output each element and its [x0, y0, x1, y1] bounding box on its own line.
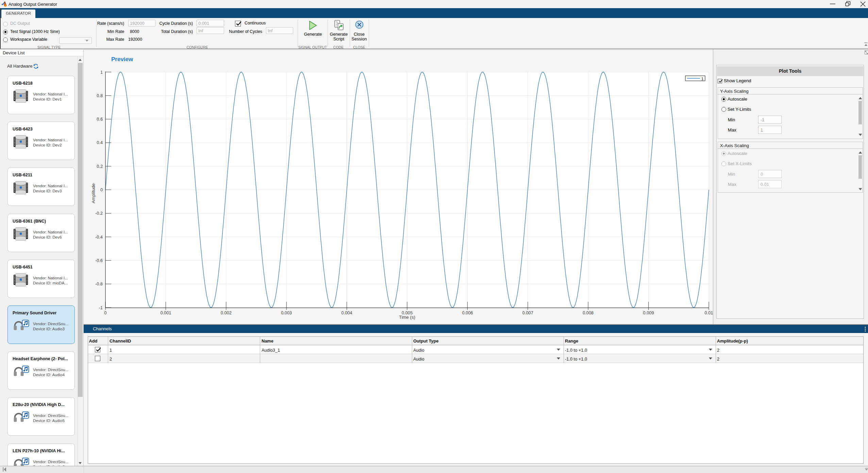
svg-text:0.009: 0.009	[643, 310, 654, 315]
svg-text:0.006: 0.006	[462, 310, 473, 315]
svg-text:0.6: 0.6	[97, 117, 103, 122]
svg-text:-0.6: -0.6	[95, 258, 103, 263]
svg-text:1: 1	[701, 76, 704, 81]
svg-text:1: 1	[100, 70, 103, 75]
svg-text:0: 0	[100, 187, 103, 192]
svg-text:0.002: 0.002	[221, 310, 232, 315]
svg-text:0.4: 0.4	[97, 140, 103, 145]
svg-text:0.003: 0.003	[281, 310, 292, 315]
svg-text:Amplitude: Amplitude	[91, 183, 96, 204]
svg-text:Preview: Preview	[111, 56, 133, 63]
svg-text:-0.2: -0.2	[95, 211, 103, 216]
svg-text:-1: -1	[99, 305, 103, 310]
svg-text:0.004: 0.004	[341, 310, 352, 315]
svg-text:0: 0	[104, 310, 106, 315]
svg-text:-0.8: -0.8	[95, 281, 103, 286]
svg-text:0.007: 0.007	[522, 310, 533, 315]
svg-text:Time (s): Time (s)	[399, 315, 415, 320]
svg-text:-0.4: -0.4	[95, 234, 103, 240]
svg-text:0.008: 0.008	[583, 310, 594, 315]
svg-text:0.2: 0.2	[97, 164, 103, 169]
svg-text:0.8: 0.8	[97, 93, 103, 98]
svg-text:0.01: 0.01	[705, 310, 713, 315]
svg-text:0.001: 0.001	[160, 310, 171, 315]
